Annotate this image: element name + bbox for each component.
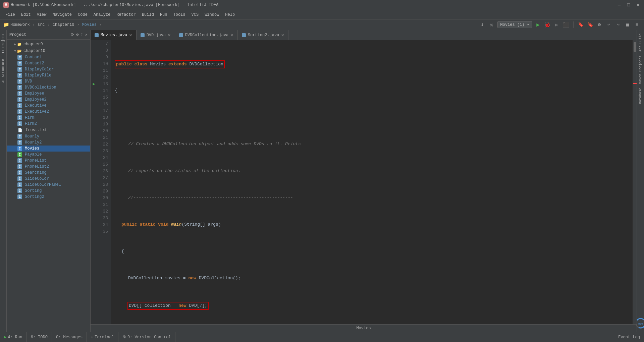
tree-item-Searching[interactable]: C Searching [7, 170, 90, 176]
menu-run[interactable]: Run [157, 11, 170, 18]
Firm-label: Firm [25, 115, 35, 120]
tree-item-PhoneList[interactable]: C PhoneList [7, 158, 90, 164]
more-button[interactable]: ≡ [633, 21, 641, 28]
tree-item-Contact2[interactable]: C Contact2 [7, 60, 90, 66]
tree-item-Firm[interactable]: C Firm [7, 115, 90, 121]
menu-navigate[interactable]: Navigate [50, 11, 74, 18]
tab-close-dvd[interactable]: ✕ [168, 32, 170, 38]
tree-item-chapter9[interactable]: ▶ 📁 chapter9 [7, 41, 90, 48]
tree-item-SlideColor[interactable]: C SlideColor [7, 176, 90, 182]
bottom-tabs-bar: ▶ 4: Run 6: TODO 0: Messages ⊡ Terminal … [0, 332, 644, 342]
layout-button[interactable]: ▦ [624, 21, 631, 28]
panel-expand-icon[interactable]: ↕ [81, 32, 83, 37]
version-control-tab[interactable]: ⑨ 9: Version Control [118, 332, 175, 342]
tree-item-SlideColorPanel[interactable]: C SlideColorPanel [7, 182, 90, 188]
sidebar-tab-structure[interactable]: 3: Structure [1, 57, 6, 85]
menu-window[interactable]: Window [202, 11, 222, 18]
tree-item-Employee2[interactable]: C Employee2 [7, 97, 90, 103]
breadcrumb-src[interactable]: src [38, 22, 45, 27]
terminal-tab[interactable]: ⊡ Terminal [87, 332, 118, 342]
run-config-dropdown[interactable]: Movies (1) ▾ [497, 21, 532, 28]
tree-item-Contact[interactable]: C Contact [7, 54, 90, 60]
maven-projects-tab[interactable]: Maven Projects [638, 54, 643, 86]
run-tab[interactable]: ▶ 4: Run [0, 332, 26, 342]
database-tab[interactable]: Database [638, 86, 643, 106]
tree-item-Sorting2[interactable]: C Sorting2 [7, 194, 90, 200]
menu-view[interactable]: View [34, 11, 49, 18]
bookmark-button[interactable]: 🔖 [577, 21, 584, 28]
sort-button[interactable]: ⇅ [488, 21, 495, 28]
download-button[interactable]: ⬇ [479, 21, 486, 28]
scrollbar-thumb[interactable] [634, 42, 636, 52]
tree-item-Firm2[interactable]: C Firm2 [7, 121, 90, 127]
tree-item-DisplayColor[interactable]: C DisplayColor [7, 66, 90, 72]
window-controls[interactable]: — □ ✕ [616, 2, 641, 8]
window-title: Homework [D:\Code\Homework] - ...\src\ch… [11, 3, 616, 7]
vertical-scrollbar[interactable] [633, 40, 637, 324]
menu-analyze[interactable]: Analyze [91, 11, 113, 18]
panel-sync-icon[interactable]: ⟳ [71, 32, 74, 37]
redo-button[interactable]: ↪ [614, 21, 622, 28]
menu-tools[interactable]: Tools [171, 11, 188, 18]
tab-dvdcollection-java[interactable]: DVDCollection.java ✕ [175, 30, 238, 40]
todo-tab[interactable]: 6: TODO [26, 332, 52, 342]
class-c-icon: C [17, 194, 22, 199]
ant-build-tab[interactable]: Ant Build [638, 32, 643, 54]
code-line-15: DVDCollection movies = new DVDCollection… [115, 275, 629, 282]
tab-sorting2-java[interactable]: Sorting2.java ✕ [238, 30, 288, 40]
stop-button[interactable]: ⬛ [562, 21, 570, 28]
messages-tab[interactable]: 0: Messages [52, 332, 87, 342]
breadcrumb-movies[interactable]: Movies [82, 22, 97, 27]
Payable-label: Payable [25, 152, 42, 157]
tree-item-chapter10[interactable]: ▼ 📂 chapter10 [7, 48, 90, 54]
tree-item-DVDCollection[interactable]: C DVDCollection [7, 84, 90, 91]
coverage-button[interactable]: ▷ [553, 21, 560, 28]
menu-vcs[interactable]: VCS [189, 11, 202, 18]
tab-movies-java[interactable]: Movies.java ✕ [91, 30, 137, 40]
code-editor[interactable]: 7 8 9 10 11 [91, 40, 637, 324]
tree-item-Executive[interactable]: C Executive [7, 103, 90, 109]
menu-file[interactable]: File [3, 11, 18, 18]
minimize-button[interactable]: — [616, 2, 622, 8]
menu-help[interactable]: Help [222, 11, 237, 18]
menu-build[interactable]: Build [139, 11, 157, 18]
tree-item-Sorting[interactable]: C Sorting [7, 188, 90, 194]
debug-button[interactable]: 🐞 [544, 21, 551, 28]
tree-item-frost[interactable]: 📄 frost.txt [7, 127, 90, 133]
code-line-13: public static void main(String[] args) [115, 221, 629, 228]
panel-gear-icon[interactable]: ⚙ [76, 32, 78, 37]
sidebar-tab-project[interactable]: 1: Project [1, 32, 6, 56]
run-button[interactable]: ▶ [534, 21, 542, 28]
tab-close-sorting2[interactable]: ✕ [281, 32, 284, 38]
settings-button[interactable]: ⚙ [596, 21, 603, 28]
tree-item-Hourly2[interactable]: C Hourly2 [7, 139, 90, 146]
tree-item-Payable[interactable]: I Payable [7, 152, 90, 158]
tab-close-dvdcollection[interactable]: ✕ [230, 32, 233, 38]
tree-item-Hourly[interactable]: C Hourly [7, 133, 90, 139]
breadcrumb-chapter10[interactable]: chapter10 [53, 22, 74, 27]
chapter9-label: chapter9 [23, 42, 43, 47]
event-log-button[interactable]: Event Log [614, 335, 644, 340]
tab-close-movies[interactable]: ✕ [129, 32, 132, 38]
bookmark2-button[interactable]: 🔖 [586, 21, 594, 28]
tree-item-DisplayFile[interactable]: C DisplayFile [7, 72, 90, 78]
undo-button[interactable]: ↩ [605, 21, 612, 28]
menu-edit[interactable]: Edit [18, 11, 34, 18]
code-content[interactable]: public class Movies extends DVDCollectio… [111, 40, 633, 324]
tree-item-Movies[interactable]: C Movies [7, 146, 90, 152]
terminal-tab-label: Terminal [95, 335, 114, 340]
maximize-button[interactable]: □ [626, 2, 631, 8]
panel-close-icon[interactable]: ✕ [85, 32, 88, 37]
close-button[interactable]: ✕ [635, 2, 641, 8]
tree-item-Executive2[interactable]: C Executive2 [7, 109, 90, 115]
tree-item-Employee[interactable]: C Employee [7, 91, 90, 97]
class-c-icon: C [17, 176, 22, 181]
folder-icon: 📁 [17, 42, 22, 47]
breadcrumb-homework[interactable]: Homework [10, 22, 30, 27]
menu-code[interactable]: Code [75, 11, 90, 18]
menu-refactor[interactable]: Refactor [114, 11, 139, 18]
tab-dvd-java[interactable]: DVD.java ✕ [137, 30, 175, 40]
tree-item-PhoneList2[interactable]: C PhoneList2 [7, 164, 90, 170]
tab-label-dvd: DVD.java [147, 33, 166, 38]
tree-item-DVD[interactable]: C DVD [7, 78, 90, 84]
